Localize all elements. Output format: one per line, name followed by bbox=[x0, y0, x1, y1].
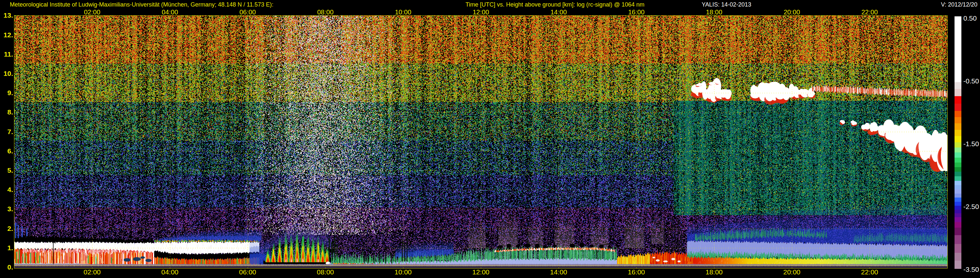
plot-title: Time [UTC] vs. Height above ground [km]:… bbox=[466, 1, 644, 8]
colorbar-block bbox=[955, 142, 961, 147]
x-tick-label: 16:00 bbox=[623, 269, 649, 275]
x-tick-label: 22:00 bbox=[856, 9, 883, 15]
institute-title: Meteorological Institute of Ludwig-Maxim… bbox=[10, 1, 274, 8]
colorbar-block bbox=[955, 89, 961, 96]
x-tick-label: 22:00 bbox=[856, 269, 883, 275]
y-tick-label: 7. bbox=[0, 128, 13, 136]
colorbar-block bbox=[955, 117, 961, 123]
colorbar-block bbox=[955, 96, 961, 104]
colorbar-block bbox=[955, 213, 961, 217]
x-tick-label: 08:00 bbox=[312, 269, 339, 275]
colorbar-block bbox=[955, 152, 961, 158]
colorbar-block bbox=[955, 111, 961, 117]
y-tick-label: 1. bbox=[0, 244, 13, 252]
colorbar-block bbox=[955, 147, 961, 152]
colorbar-tick-label: -3.50 bbox=[963, 265, 980, 274]
x-tick-label: 18:00 bbox=[701, 269, 727, 275]
colorbar-block bbox=[955, 16, 961, 82]
x-tick-label: 14:00 bbox=[546, 269, 572, 275]
y-tick-label: 2. bbox=[0, 224, 13, 233]
colorbar-block bbox=[955, 82, 961, 89]
x-tick-label: 04:00 bbox=[157, 269, 183, 275]
colorbar-block bbox=[955, 123, 961, 130]
colorbar-block bbox=[955, 198, 961, 202]
lidar-quicklook-screen: Meteorological Institute of Ludwig-Maxim… bbox=[0, 0, 980, 278]
colorbar-block bbox=[955, 210, 961, 213]
x-tick-label: 06:00 bbox=[235, 9, 261, 15]
x-tick-label: 20:00 bbox=[779, 9, 805, 15]
x-tick-label: 02:00 bbox=[79, 9, 105, 15]
colorbar-block bbox=[955, 104, 961, 111]
colorbar-block bbox=[955, 228, 961, 235]
y-tick-label: 11. bbox=[0, 50, 13, 59]
colorbar-block bbox=[955, 244, 961, 253]
x-tick-label: 12:00 bbox=[468, 9, 494, 15]
x-tick-label: 04:00 bbox=[157, 9, 183, 15]
y-tick-label: 6. bbox=[0, 147, 13, 155]
plot-frame bbox=[14, 15, 948, 268]
x-tick-label: 14:00 bbox=[546, 9, 572, 15]
y-tick-label: 8. bbox=[0, 108, 13, 117]
colorbar-block bbox=[955, 172, 961, 176]
colorbar-block bbox=[955, 217, 961, 222]
colorbar bbox=[955, 16, 961, 269]
x-tick-label: 20:00 bbox=[779, 269, 805, 275]
x-tick-label: 16:00 bbox=[623, 9, 649, 15]
y-tick-label: 3. bbox=[0, 205, 13, 213]
y-tick-label: 12. bbox=[0, 31, 13, 39]
colorbar-tick-label: 0.50 bbox=[963, 14, 980, 22]
colorbar-block bbox=[955, 235, 961, 244]
x-tick-label: 18:00 bbox=[701, 9, 727, 15]
station-date: YALIS: 14-02-2013 bbox=[702, 1, 751, 8]
colorbar-block bbox=[955, 167, 961, 172]
colorbar-block bbox=[955, 136, 961, 142]
y-tick-label: 4. bbox=[0, 185, 13, 194]
y-tick-label: 13. bbox=[0, 11, 13, 20]
colorbar-block bbox=[955, 158, 961, 163]
y-tick-label: 10. bbox=[0, 69, 13, 78]
colorbar-block bbox=[955, 185, 961, 189]
x-tick-label: 10:00 bbox=[390, 269, 416, 275]
y-tick-label: 0. bbox=[0, 263, 13, 272]
x-tick-label: 12:00 bbox=[468, 269, 494, 275]
colorbar-block bbox=[955, 260, 961, 269]
colorbar-tick-label: -2.50 bbox=[963, 203, 980, 211]
colorbar-block bbox=[955, 163, 961, 167]
colorbar-tick-label: -0.50 bbox=[963, 77, 980, 85]
x-tick-label: 06:00 bbox=[235, 269, 261, 275]
colorbar-block bbox=[955, 130, 961, 136]
colorbar-block bbox=[955, 253, 961, 260]
y-tick-label: 9. bbox=[0, 89, 13, 97]
colorbar-block bbox=[955, 222, 961, 228]
colorbar-block bbox=[955, 189, 961, 193]
colorbar-block bbox=[955, 181, 961, 185]
x-tick-label: 10:00 bbox=[390, 9, 416, 15]
y-tick-label: 5. bbox=[0, 166, 13, 175]
colorbar-block bbox=[955, 206, 961, 210]
colorbar-block bbox=[955, 202, 961, 206]
version-label: V: 2012/12/20 bbox=[941, 1, 977, 8]
colorbar-block bbox=[955, 193, 961, 198]
x-tick-label: 08:00 bbox=[312, 9, 339, 15]
colorbar-tick-label: -1.50 bbox=[963, 140, 980, 148]
heatmap-canvas bbox=[14, 16, 947, 268]
x-tick-label: 02:00 bbox=[79, 269, 105, 275]
colorbar-block bbox=[955, 176, 961, 181]
